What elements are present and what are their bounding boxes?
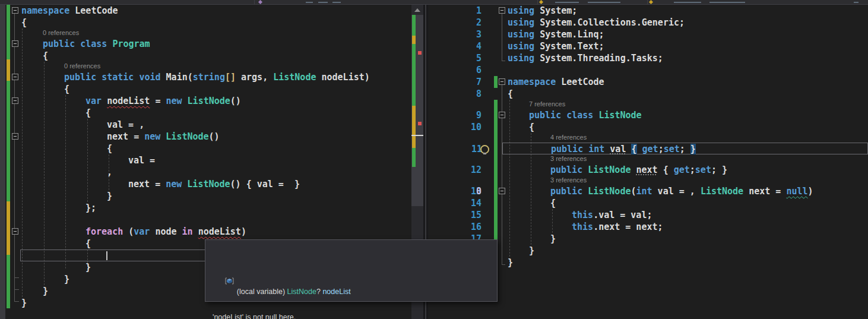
- code-line[interactable]: {: [21, 107, 411, 119]
- code-line[interactable]: 5using System.Threading.Tasks;: [508, 52, 868, 64]
- fold-collapse-icon[interactable]: [12, 74, 18, 80]
- code-line[interactable]: 14{: [508, 197, 868, 209]
- line-number[interactable]: 4: [470, 40, 481, 52]
- code-text: 4 references: [550, 133, 587, 142]
- code-line[interactable]: namespace LeetCode: [21, 5, 411, 17]
- code-text: public int val { get;set; }: [551, 143, 696, 155]
- token: Program: [112, 39, 150, 49]
- line-number[interactable]: 10: [470, 121, 481, 133]
- token: public: [550, 186, 588, 197]
- fold-collapse-icon[interactable]: [499, 78, 505, 85]
- change-tracking-bar: [7, 5, 10, 59]
- token: {: [85, 238, 91, 249]
- breadcrumb-text-fragment: [318, 2, 328, 3]
- line-number[interactable]: 2: [470, 17, 481, 29]
- code-line[interactable]: 3using System.Linq;: [508, 29, 868, 40]
- line-number[interactable]: 1: [470, 5, 481, 17]
- token: [631, 165, 636, 175]
- fold-collapse-icon[interactable]: [499, 7, 505, 14]
- code-line[interactable]: {: [21, 83, 411, 95]
- code-line[interactable]: val = 10,: [21, 119, 411, 131]
- code-line[interactable]: };: [21, 202, 411, 214]
- line-number[interactable]: 6: [470, 64, 481, 76]
- change-tracking-bar: [7, 255, 10, 308]
- outline-line: [14, 13, 15, 301]
- line-number[interactable]: 16: [470, 221, 481, 233]
- outline-line: [502, 13, 502, 61]
- token: =: [150, 96, 166, 106]
- code-line[interactable]: 4using System.Text;: [508, 40, 868, 52]
- code-line[interactable]: foreach (var node in nodeList): [21, 226, 411, 238]
- code-line[interactable]: 16this.next = next;: [508, 221, 868, 233]
- fold-collapse-icon[interactable]: [12, 40, 18, 47]
- line-number[interactable]: 15: [470, 209, 481, 221]
- code-line[interactable]: var nodeList = new ListNode(): [21, 95, 411, 107]
- scrollbar-caret-position: [411, 135, 423, 136]
- editor-pane-right[interactable]: 1using System;2using System.Collections.…: [508, 5, 868, 269]
- code-line[interactable]: 13public ListNode(int val = 0, ListNode …: [508, 185, 868, 197]
- codelens-references[interactable]: 0 references: [21, 62, 411, 71]
- code-line[interactable]: 2using System.Collections.Generic;: [508, 17, 868, 29]
- code-line[interactable]: public static void Main(string[] args, L…: [21, 71, 411, 83]
- token: []: [225, 72, 236, 83]
- code-line[interactable]: 11public int val { get;set; }: [502, 143, 868, 154]
- code-line[interactable]: }: [21, 190, 411, 202]
- code-line[interactable]: 12public ListNode next { get;set; }: [508, 164, 868, 176]
- lightbulb-icon[interactable]: [480, 145, 489, 154]
- breadcrumb-separator: [254, 0, 255, 4]
- codelens-references[interactable]: 3 references: [508, 176, 868, 185]
- token: (): [209, 131, 220, 142]
- change-tracking-bar: [494, 76, 498, 88]
- code-text: val = 10,: [107, 119, 144, 131]
- breadcrumb-class-icon[interactable]: [258, 0, 262, 4]
- code-line[interactable]: 19}: [508, 257, 868, 269]
- fold-collapse-icon[interactable]: [12, 97, 18, 104]
- navigation-bar[interactable]: [0, 0, 868, 5]
- code-line[interactable]: next = new ListNode() { val = 70 }: [21, 178, 411, 190]
- code-line[interactable]: 10{: [508, 121, 868, 133]
- fold-collapse-icon[interactable]: [12, 228, 18, 235]
- code-text: val = 50: [128, 154, 160, 166]
- codelens-references[interactable]: 0 references: [21, 29, 411, 38]
- code-line[interactable]: 15this.val = val;: [508, 209, 868, 221]
- code-line[interactable]: 9public class ListNode: [508, 109, 868, 121]
- token: (): [230, 96, 241, 106]
- codelens-references[interactable]: 7 references: [508, 100, 868, 109]
- code-line[interactable]: {: [21, 143, 411, 154]
- code-line[interactable]: 18}: [508, 245, 868, 257]
- codelens-references[interactable]: 3 references: [508, 154, 868, 164]
- code-line[interactable]: [21, 214, 411, 226]
- code-line[interactable]: public class Program: [21, 38, 411, 50]
- codelens-references[interactable]: 4 references: [508, 133, 868, 143]
- code-line[interactable]: next = new ListNode(): [21, 131, 411, 143]
- outline-tick: [14, 277, 19, 278]
- line-number[interactable]: 9: [470, 109, 481, 121]
- code-line[interactable]: 17}: [508, 233, 868, 245]
- line-number[interactable]: 14: [470, 197, 481, 209]
- fold-collapse-icon[interactable]: [12, 133, 18, 140]
- code-line[interactable]: {: [21, 50, 411, 62]
- code-line[interactable]: 6: [508, 64, 868, 76]
- token: in: [182, 226, 193, 237]
- code-text: next = new ListNode(): [107, 131, 220, 143]
- code-line[interactable]: {: [21, 17, 411, 29]
- fold-collapse-icon[interactable]: [499, 112, 505, 118]
- line-number[interactable]: 5: [470, 52, 481, 64]
- fold-collapse-icon[interactable]: [12, 7, 18, 14]
- code-line[interactable]: 8{: [508, 88, 868, 100]
- breadcrumb-member-icon[interactable]: [649, 0, 653, 4]
- line-number[interactable]: 3: [470, 29, 481, 40]
- line-number[interactable]: 12: [470, 164, 481, 176]
- fold-collapse-icon[interactable]: [499, 188, 505, 194]
- code-line[interactable]: val = 50: [21, 154, 411, 166]
- code-line[interactable]: 7namespace LeetCode: [508, 76, 868, 88]
- line-number[interactable]: 8: [470, 88, 481, 100]
- breadcrumb-member-icon[interactable]: [539, 0, 543, 4]
- token: nodeList: [107, 96, 150, 106]
- code-text: }: [64, 273, 69, 285]
- code-line[interactable]: 1using System;: [508, 5, 868, 17]
- code-line[interactable]: ,: [21, 166, 411, 178]
- scrollbar-up-arrow-icon[interactable]: [414, 8, 420, 12]
- line-number[interactable]: 7: [470, 76, 481, 88]
- code-text: }: [550, 233, 556, 245]
